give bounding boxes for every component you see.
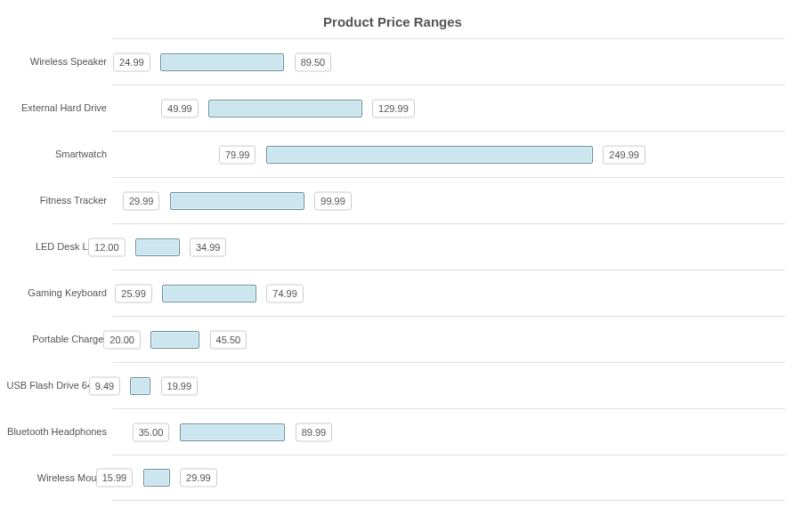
range-bar: [180, 423, 286, 441]
chart-row: Smartwatch79.99249.99: [0, 131, 785, 177]
row-lane: 9.4919.99: [112, 362, 785, 408]
low-value-label: 20.00: [103, 330, 141, 349]
range-bar: [208, 100, 362, 117]
row-label: Bluetooth Headphones: [0, 408, 112, 455]
high-value-label: 29.99: [180, 469, 217, 488]
chart-row: Wireless Speaker24.9989.50: [0, 38, 785, 85]
row-label: Portable Charger: [0, 316, 112, 362]
row-lane: 15.9929.99: [112, 455, 785, 501]
range-bar: [135, 238, 180, 256]
row-lane: 49.99129.99: [112, 85, 785, 131]
low-value-label: 24.99: [113, 52, 150, 71]
low-value-label: 12.00: [88, 238, 126, 256]
range-bar: [143, 469, 170, 487]
low-value-label: 49.99: [161, 99, 199, 117]
range-bar: [160, 53, 284, 71]
low-value-label: 29.99: [123, 191, 160, 210]
low-value-label: 35.00: [133, 423, 170, 441]
high-value-label: 89.50: [295, 52, 332, 71]
chart-row: Gaming Keyboard25.9974.99: [0, 270, 785, 316]
range-bar: [150, 331, 199, 349]
chart-row: Portable Charger20.0045.50: [0, 316, 785, 362]
row-label: Fitness Tracker: [0, 177, 112, 223]
chart-row: Fitness Tracker29.9999.99: [0, 177, 785, 223]
row-lane: 79.99249.99: [112, 131, 785, 177]
row-label: External Hard Drive: [0, 85, 112, 131]
chart-row: Wireless Mouse15.9929.99: [0, 455, 785, 501]
chart-rows: Wireless Speaker24.9989.50External Hard …: [0, 38, 785, 501]
low-value-label: 9.49: [89, 376, 120, 395]
row-lane: 24.9989.50: [112, 38, 785, 85]
range-bar: [266, 146, 593, 164]
chart-row: External Hard Drive49.99129.99: [0, 85, 785, 131]
high-value-label: 129.99: [372, 99, 415, 117]
chart-row: LED Desk Lamp12.0034.99: [0, 223, 785, 270]
row-lane: 29.9999.99: [112, 177, 785, 223]
low-value-label: 15.99: [96, 469, 134, 488]
row-label: Gaming Keyboard: [0, 270, 112, 316]
range-bar: [170, 192, 304, 210]
high-value-label: 74.99: [266, 284, 304, 302]
row-label: Wireless Speaker: [0, 38, 112, 85]
row-lane: 12.0034.99: [112, 223, 785, 270]
high-value-label: 249.99: [603, 145, 645, 164]
low-value-label: 25.99: [115, 284, 152, 302]
row-label: Smartwatch: [0, 131, 112, 177]
range-bar: [130, 377, 150, 395]
row-lane: 25.9974.99: [112, 270, 785, 316]
row-lane: 35.0089.99: [112, 408, 785, 455]
range-bar: [162, 285, 256, 302]
row-lane: 20.0045.50: [112, 316, 785, 362]
high-value-label: 34.99: [190, 238, 227, 256]
chart-title: Product Price Ranges: [0, 14, 785, 29]
high-value-label: 99.99: [314, 191, 352, 210]
high-value-label: 19.99: [161, 376, 199, 395]
high-value-label: 89.99: [296, 423, 333, 441]
low-value-label: 79.99: [219, 145, 256, 164]
chart-container: Product Price Ranges Wireless Speaker24.…: [0, 0, 803, 532]
high-value-label: 45.50: [210, 330, 247, 349]
chart-row: USB Flash Drive 64GB9.4919.99: [0, 362, 785, 408]
chart-row: Bluetooth Headphones35.0089.99: [0, 408, 785, 455]
